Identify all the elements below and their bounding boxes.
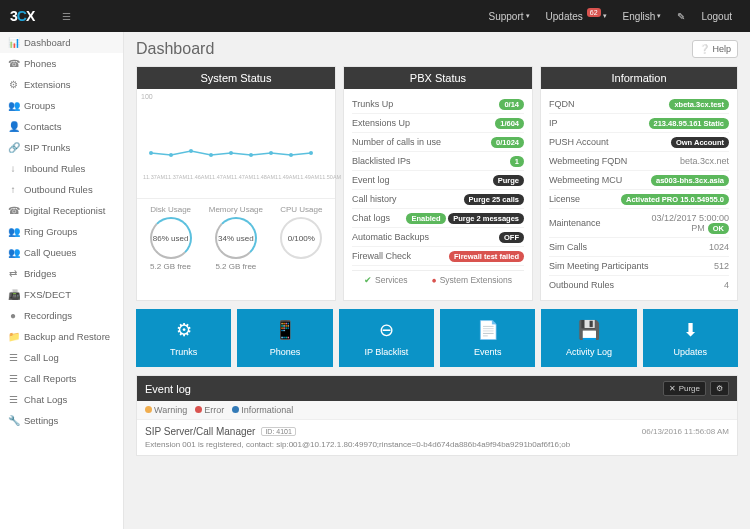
sidebar-item-recordings[interactable]: ●Recordings [0, 305, 123, 326]
status-pill: as003-bhs.3cx.asia [651, 175, 729, 186]
purge-button[interactable]: ✕ Purge [663, 381, 706, 396]
svg-point-2 [189, 149, 193, 153]
tile-trunks[interactable]: ⚙Trunks [136, 309, 231, 367]
tile-label: Trunks [140, 347, 227, 357]
tile-icon: ⚙ [140, 319, 227, 341]
sidebar-item-fxs-dect[interactable]: 📠FXS/DECT [0, 284, 123, 305]
svg-point-0 [149, 151, 153, 155]
nav-label: Outbound Rules [24, 184, 93, 195]
status-pill[interactable]: OFF [499, 232, 524, 243]
tile-events[interactable]: 📄Events [440, 309, 535, 367]
sidebar-item-inbound-rules[interactable]: ↓Inbound Rules [0, 158, 123, 179]
sidebar-item-dashboard[interactable]: 📊Dashboard [0, 32, 123, 53]
page-title: Dashboard [136, 40, 214, 58]
sidebar-item-settings[interactable]: 🔧Settings [0, 410, 123, 431]
nav-label: Digital Receptionist [24, 205, 105, 216]
information-panel: Information FQDNxbeta.3cx.testIP213.48.9… [540, 66, 738, 301]
svg-point-6 [269, 151, 273, 155]
nav-icon: ↑ [8, 184, 18, 195]
nav-icon: ☎ [8, 58, 18, 69]
tile-icon: ⊖ [343, 319, 430, 341]
status-pill[interactable]: 0/1024 [491, 137, 524, 148]
info-row: Sim Meeting Participants512 [549, 257, 729, 276]
settings-button[interactable]: ⚙ [710, 381, 729, 396]
nav-label: Call Reports [24, 373, 76, 384]
nav-label: Call Log [24, 352, 59, 363]
language-menu[interactable]: English▾ [623, 11, 662, 22]
panel-header: PBX Status [344, 67, 532, 89]
tile-phones[interactable]: 📱Phones [237, 309, 332, 367]
sidebar-item-sip-trunks[interactable]: 🔗SIP Trunks [0, 137, 123, 158]
tile-activity-log[interactable]: 💾Activity Log [541, 309, 636, 367]
system-extensions-status: ●System Extensions [432, 275, 512, 285]
sidebar-item-call-log[interactable]: ☰Call Log [0, 347, 123, 368]
nav-label: Phones [24, 58, 56, 69]
status-pill: xbeta.3cx.test [669, 99, 729, 110]
nav-icon: 📊 [8, 37, 18, 48]
sidebar-item-groups[interactable]: 👥Groups [0, 95, 123, 116]
services-status: ✔Services [364, 275, 408, 285]
sidebar-item-extensions[interactable]: ⚙Extensions [0, 74, 123, 95]
sidebar-item-backup-and-restore[interactable]: 📁Backup and Restore [0, 326, 123, 347]
nav-icon: ☰ [8, 394, 18, 405]
info-row: Outbound Rules4 [549, 276, 729, 294]
svg-point-5 [249, 153, 253, 157]
edit-icon[interactable]: ✎ [677, 11, 685, 22]
status-pill[interactable]: 1/604 [495, 118, 524, 129]
tile-ip-blacklist[interactable]: ⊖IP Blacklist [339, 309, 434, 367]
sidebar-item-contacts[interactable]: 👤Contacts [0, 116, 123, 137]
sidebar-item-outbound-rules[interactable]: ↑Outbound Rules [0, 179, 123, 200]
help-button[interactable]: ❔ Help [692, 40, 738, 58]
svg-point-1 [169, 153, 173, 157]
pbx-row: Chat logsEnabled Purge 2 messages [352, 209, 524, 228]
nav-icon: ☰ [8, 352, 18, 363]
sidebar-item-call-queues[interactable]: 👥Call Queues [0, 242, 123, 263]
sidebar-item-call-reports[interactable]: ☰Call Reports [0, 368, 123, 389]
svg-point-4 [229, 151, 233, 155]
cpu-gauge: CPU Usage0/100% [280, 205, 322, 271]
menu-toggle-icon[interactable]: ☰ [62, 11, 71, 22]
tile-label: Activity Log [545, 347, 632, 357]
tile-icon: ⬇ [647, 319, 734, 341]
nav-icon: ↓ [8, 163, 18, 174]
logout-link[interactable]: Logout [701, 11, 732, 22]
sidebar-item-bridges[interactable]: ⇄Bridges [0, 263, 123, 284]
panel-header: System Status [137, 67, 335, 89]
info-row: PUSH AccountOwn Account [549, 133, 729, 152]
nav-label: Bridges [24, 268, 56, 279]
pbx-row: Number of calls in use0/1024 [352, 133, 524, 152]
sidebar-item-chat-logs[interactable]: ☰Chat Logs [0, 389, 123, 410]
nav-icon: 🔗 [8, 142, 18, 153]
system-status-panel: System Status 100 11.37AM11.37AM11.46AM1… [136, 66, 336, 301]
status-pill[interactable]: Purge [493, 175, 524, 186]
status-pill: Own Account [671, 137, 729, 148]
status-pill: Activated PRO 15.0.54955.0 [621, 194, 729, 205]
event-id: ID: 4101 [261, 427, 295, 436]
info-row: Webmeeting FQDNbeta.3cx.net [549, 152, 729, 171]
disk-gauge: Disk Usage86% used5.2 GB free [150, 205, 192, 271]
event-legend: Warning Error Informational [137, 401, 737, 419]
event-item[interactable]: SIP Server/Call ManagerID: 410106/13/201… [137, 419, 737, 455]
pbx-row: Call historyPurge 25 calls [352, 190, 524, 209]
sidebar-item-ring-groups[interactable]: 👥Ring Groups [0, 221, 123, 242]
panel-header: Information [541, 67, 737, 89]
info-row: IP213.48.95.161 Static [549, 114, 729, 133]
sidebar-item-digital-receptionist[interactable]: ☎Digital Receptionist [0, 200, 123, 221]
updates-menu[interactable]: Updates62▾ [546, 11, 607, 22]
tile-label: Updates [647, 347, 734, 357]
status-pill[interactable]: 1 [510, 156, 524, 167]
nav-label: Recordings [24, 310, 72, 321]
nav-label: Dashboard [24, 37, 70, 48]
nav-icon: 🔧 [8, 415, 18, 426]
pbx-row: Firewall CheckFirewall test failed [352, 247, 524, 266]
nav-label: SIP Trunks [24, 142, 70, 153]
pbx-row: Extensions Up1/604 [352, 114, 524, 133]
status-pill[interactable]: Firewall test failed [449, 251, 524, 262]
tile-updates[interactable]: ⬇Updates [643, 309, 738, 367]
status-pill[interactable]: Purge 25 calls [464, 194, 524, 205]
info-row: LicenseActivated PRO 15.0.54955.0 [549, 190, 729, 209]
sidebar-item-phones[interactable]: ☎Phones [0, 53, 123, 74]
nav-icon: ● [8, 310, 18, 321]
status-pill[interactable]: 0/14 [499, 99, 524, 110]
support-menu[interactable]: Support▾ [489, 11, 530, 22]
